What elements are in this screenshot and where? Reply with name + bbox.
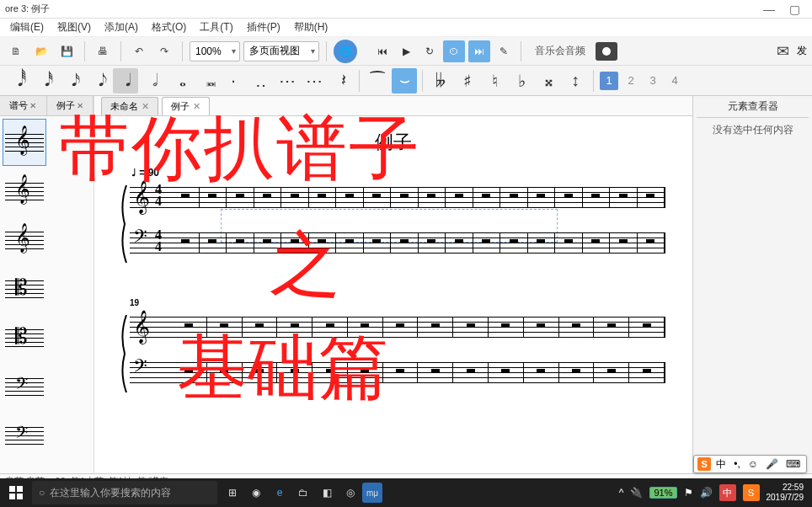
measure[interactable] (200, 232, 227, 253)
close-icon[interactable]: ✕ (193, 101, 200, 112)
ime-indicator[interactable]: 中 (719, 484, 736, 501)
doc-tab-1[interactable]: 未命名✕ (101, 97, 158, 115)
close-icon[interactable]: ✕ (142, 101, 149, 112)
measure[interactable] (610, 187, 638, 207)
measure[interactable] (473, 232, 501, 253)
measure[interactable] (309, 232, 337, 253)
measure[interactable] (489, 362, 524, 382)
app-icon[interactable]: ◧ (315, 481, 339, 504)
measure[interactable] (254, 187, 282, 207)
time-signature[interactable]: 44 (155, 184, 162, 207)
sharp-icon[interactable]: ♯ (455, 68, 480, 93)
treble-staff[interactable]: 𝄞 (130, 310, 665, 344)
palette-tab-1[interactable]: 谱号✕ (0, 96, 47, 115)
measure[interactable] (418, 362, 453, 382)
double-dot-icon[interactable]: ‥ (248, 68, 273, 93)
redo-icon[interactable]: ↷ (153, 40, 175, 62)
measure[interactable] (418, 317, 453, 337)
screenshot-icon[interactable] (596, 42, 617, 61)
measure[interactable] (500, 232, 528, 253)
measure[interactable] (638, 232, 666, 253)
slur-icon[interactable]: ⌣ (392, 68, 417, 93)
clef-bass-8va-icon[interactable]: 𝄢 (3, 461, 46, 473)
note-32nd-icon[interactable]: 𝅘𝅥𝅰 (32, 68, 57, 93)
measure[interactable] (391, 232, 419, 253)
save-icon[interactable]: 💾 (56, 40, 77, 62)
measure[interactable] (528, 232, 556, 253)
loop-in-icon[interactable]: ⏲ (443, 40, 465, 62)
measure[interactable] (453, 362, 489, 382)
measure[interactable] (172, 317, 207, 337)
measure[interactable] (594, 317, 629, 337)
measure[interactable] (172, 187, 200, 207)
measure[interactable] (629, 362, 665, 382)
measure[interactable] (277, 362, 313, 382)
measure[interactable] (524, 362, 559, 382)
measure[interactable] (638, 187, 666, 207)
double-sharp-icon[interactable]: 𝄪 (536, 68, 561, 93)
clef-treble-8va-icon[interactable]: 𝄞 (3, 216, 46, 264)
measure[interactable] (336, 232, 364, 253)
flat-icon[interactable]: ♭ (509, 68, 534, 93)
rest-icon[interactable]: 𝄽 (329, 68, 354, 93)
note-half-icon[interactable]: 𝅗𝅥 (140, 68, 165, 93)
measure[interactable] (629, 317, 665, 337)
bass-staff[interactable]: 𝄢 44 (130, 226, 665, 259)
menu-tools[interactable]: 工具(T) (193, 20, 239, 35)
measure[interactable] (172, 362, 207, 382)
start-button[interactable] (0, 478, 32, 507)
measure[interactable] (391, 187, 419, 207)
wifi-icon[interactable]: ⚑ (684, 487, 693, 499)
note-64th-icon[interactable]: 𝅘𝅥𝅱 (5, 68, 30, 93)
clef-bass-8vb-icon[interactable]: 𝄢 (3, 412, 46, 459)
edge-icon[interactable]: e (268, 481, 291, 504)
close-icon[interactable]: ✕ (77, 101, 83, 110)
measure[interactable] (383, 362, 419, 382)
measure[interactable] (583, 187, 611, 207)
measure[interactable] (419, 232, 446, 253)
taskbar-search[interactable]: ○ 在这里输入你要搜索的内容 (32, 481, 217, 504)
measure[interactable] (243, 317, 278, 337)
loop-out-icon[interactable]: ⏭ (468, 40, 490, 62)
menu-add[interactable]: 添加(A) (98, 20, 145, 35)
measure[interactable] (610, 232, 638, 253)
voice-4-button[interactable]: 4 (665, 72, 684, 90)
taskbar-clock[interactable]: 22:592019/7/29 (767, 483, 808, 503)
note-8th-icon[interactable]: 𝅘𝅥𝅮 (86, 68, 111, 93)
ime-emoji-icon[interactable]: ☺ (745, 458, 761, 470)
feedback-icon[interactable]: ✉ (772, 40, 793, 62)
note-breve-icon[interactable]: 𝅜 (194, 68, 219, 93)
clef-tenor-icon[interactable]: 𝄡 (3, 314, 46, 361)
maximize-button[interactable]: ▢ (782, 3, 807, 16)
metronome-icon[interactable]: 🌐 (334, 40, 357, 63)
concert-pitch-label[interactable]: 音乐会音频 (528, 44, 592, 58)
measure[interactable] (254, 232, 282, 253)
rewind-start-icon[interactable]: ⏮ (372, 41, 393, 61)
sogou-tray-icon[interactable]: S (743, 484, 760, 501)
zoom-combo[interactable]: 100% (190, 41, 240, 61)
measure[interactable] (524, 317, 559, 337)
quad-dot-icon[interactable]: ⋯ (302, 68, 327, 93)
measure[interactable] (348, 317, 383, 337)
play-icon[interactable]: ▶ (396, 41, 416, 61)
measure[interactable] (227, 232, 254, 253)
menu-view[interactable]: 视图(V) (51, 20, 98, 35)
doc-tab-2[interactable]: 例子✕ (162, 97, 210, 115)
measure[interactable] (446, 187, 473, 207)
double-flat-icon[interactable]: 𝄫 (428, 68, 453, 93)
print-icon[interactable]: 🖶 (92, 40, 114, 62)
measure[interactable] (243, 362, 278, 382)
note-quarter-icon[interactable]: 𝅘𝅥 (113, 68, 138, 93)
close-icon[interactable]: ✕ (29, 101, 36, 110)
ime-keyboard-icon[interactable]: ⌨ (783, 458, 803, 470)
minimize-button[interactable]: — (756, 3, 782, 16)
clef-treble-icon[interactable]: 𝄞 (3, 119, 46, 166)
measure[interactable] (277, 317, 313, 337)
ime-toolbar[interactable]: S 中 •, ☺ 🎤 ⌨ (693, 455, 807, 473)
voice-2-button[interactable]: 2 (622, 72, 640, 90)
measure[interactable] (281, 232, 309, 253)
measure[interactable] (453, 317, 489, 337)
note-whole-icon[interactable]: 𝅝 (167, 68, 192, 93)
measure[interactable] (473, 187, 501, 207)
measure[interactable] (489, 317, 524, 337)
